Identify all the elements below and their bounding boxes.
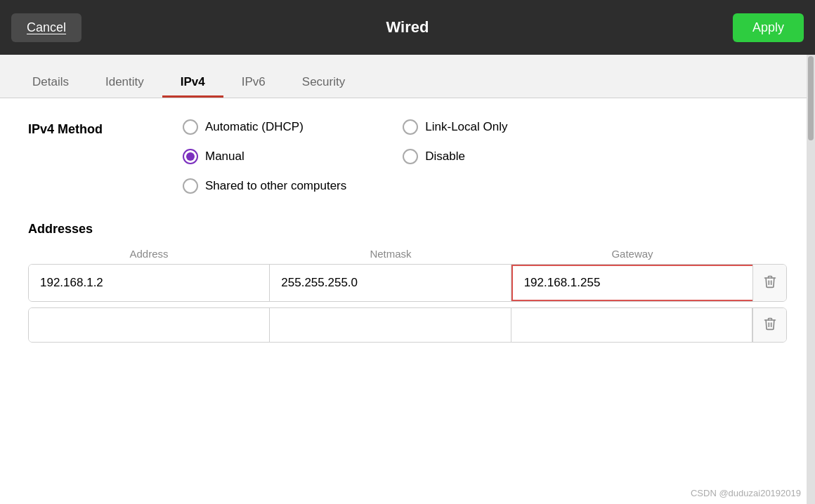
radio-options-group: Automatic (DHCP) Link-Local Only Manual … (183, 119, 567, 194)
radio-disable-circle (403, 149, 418, 164)
radio-option-dhcp[interactable]: Automatic (DHCP) (183, 119, 346, 135)
radio-disable-label: Disable (425, 150, 465, 164)
netmask-input-2[interactable] (270, 308, 511, 342)
radio-option-link-local[interactable]: Link-Local Only (403, 119, 566, 135)
radio-link-local-circle (403, 119, 418, 135)
address-row-2 (28, 307, 787, 343)
delete-row-2-button[interactable] (752, 308, 786, 342)
radio-manual-label: Manual (205, 150, 244, 164)
radio-shared-label: Shared to other computers (205, 179, 346, 193)
tab-details[interactable]: Details (14, 67, 87, 98)
tab-bar: Details Identity IPv4 IPv6 Security (0, 55, 815, 98)
netmask-input-1[interactable] (270, 265, 511, 301)
dialog-header: Cancel Wired Apply (0, 0, 815, 55)
radio-dhcp-label: Automatic (DHCP) (205, 120, 304, 134)
ipv4-method-label: IPv4 Method (28, 119, 183, 194)
col-address: Address (28, 248, 270, 260)
tab-ipv6[interactable]: IPv6 (223, 67, 284, 98)
radio-option-manual[interactable]: Manual (183, 149, 346, 164)
address-input-2[interactable] (29, 308, 270, 342)
radio-link-local-label: Link-Local Only (425, 120, 507, 134)
cancel-button[interactable]: Cancel (11, 13, 82, 42)
apply-button[interactable]: Apply (733, 13, 804, 42)
addresses-title: Addresses (28, 222, 787, 237)
col-netmask: Netmask (270, 248, 511, 260)
content-area: IPv4 Method Automatic (DHCP) Link-Local … (0, 98, 815, 504)
gateway-input-1[interactable] (511, 265, 752, 301)
watermark: CSDN @duduzai20192019 (691, 488, 801, 498)
ipv4-method-section: IPv4 Method Automatic (DHCP) Link-Local … (28, 119, 787, 194)
addresses-section: Addresses Address Netmask Gateway (28, 222, 787, 343)
address-row-1 (28, 264, 787, 302)
radio-option-shared[interactable]: Shared to other computers (183, 178, 346, 194)
tab-ipv4[interactable]: IPv4 (162, 67, 223, 98)
scrollbar[interactable] (807, 55, 815, 504)
scrollbar-thumb[interactable] (808, 56, 814, 140)
tab-identity[interactable]: Identity (87, 67, 162, 98)
dialog-title: Wired (386, 18, 429, 37)
delete-row-1-button[interactable] (752, 265, 786, 301)
table-header: Address Netmask Gateway (28, 248, 787, 264)
trash-icon-1 (763, 274, 777, 292)
trash-icon-2 (763, 317, 777, 334)
gateway-input-2[interactable] (511, 308, 752, 342)
radio-shared-circle (183, 178, 198, 194)
address-input-1[interactable] (29, 265, 270, 301)
radio-dhcp-circle (183, 119, 198, 135)
radio-manual-circle (183, 149, 198, 164)
radio-option-disable[interactable]: Disable (403, 149, 566, 164)
col-gateway: Gateway (511, 248, 753, 260)
tab-security[interactable]: Security (284, 67, 363, 98)
wired-dialog: Cancel Wired Apply Details Identity IPv4… (0, 0, 815, 504)
